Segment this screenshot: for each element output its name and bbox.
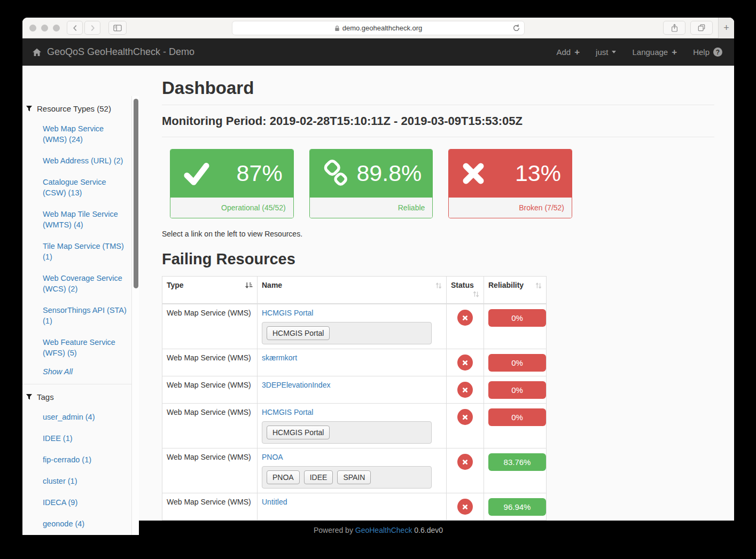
sidebar-item-wfs[interactable]: Web Feature Service (WFS) (5) (43, 337, 129, 358)
column-header-reliability[interactable]: Reliability (484, 277, 547, 304)
url-text: demo.geohealthcheck.org (342, 24, 423, 32)
resource-link[interactable]: skærmkort (262, 353, 297, 362)
resource-type: Web Map Service (WMS) (162, 493, 258, 521)
sidebar-item-sta[interactable]: SensorThings API (STA) (1) (43, 305, 129, 326)
tag-chip[interactable]: PNOA (267, 470, 300, 484)
sidebar-item-wmts[interactable]: Web Map Tile Service (WMTS) (4) (43, 209, 129, 230)
column-header-name[interactable]: Name (258, 277, 447, 304)
browser-window: demo.geohealthcheck.org + GeoQoS GeoHeal… (22, 18, 734, 559)
navbar-item-help[interactable]: Help ? (693, 48, 722, 57)
sidebar-item-wms[interactable]: Web Map Service (WMS) (24) (43, 123, 129, 145)
broken-status-icon[interactable] (457, 409, 473, 425)
check-icon (181, 158, 212, 189)
chain-icon (321, 158, 352, 189)
chevron-right-icon (90, 25, 95, 32)
tag-item-fip-cerrado[interactable]: fip-cerrado (1) (43, 454, 129, 465)
tag-chip[interactable]: HCMGIS Portal (267, 426, 330, 439)
column-header-type[interactable]: Type (162, 277, 258, 304)
tag-item-idee[interactable]: IDEE (1) (43, 433, 129, 444)
tag-chip[interactable]: SPAIN (337, 470, 371, 484)
forward-button[interactable] (84, 21, 100, 35)
reliability-badge[interactable]: 83.76% (488, 453, 546, 471)
tag-chip[interactable]: IDEE (304, 470, 333, 484)
footer-text: Powered by (314, 526, 353, 534)
sidebar-item-tms[interactable]: Tile Map Service (TMS) (1) (43, 241, 129, 262)
close-window-button[interactable] (29, 25, 36, 32)
reliability-badge[interactable]: 0% (488, 309, 546, 327)
tag-list: HCMGIS Portal (262, 421, 432, 444)
filter-icon (26, 393, 33, 400)
zoom-window-button[interactable] (53, 25, 60, 32)
resource-link[interactable]: 3DEPElevationIndex (262, 381, 330, 389)
sidebar-scrollbar[interactable] (131, 96, 139, 535)
resource-type: Web Map Service (WMS) (162, 448, 258, 493)
reliability-badge[interactable]: 0% (488, 408, 546, 426)
reliable-label: Reliable (310, 197, 433, 218)
navbar-item-add[interactable]: Add + (556, 48, 580, 57)
failing-resources-title: Failing Resources (162, 250, 714, 268)
tag-item-cluster[interactable]: cluster (1) (43, 476, 129, 486)
sidebar-item-csw[interactable]: Catalogue Service (CSW) (13) (43, 177, 129, 198)
failing-resources-table: Type Name Status Reliability (162, 276, 547, 555)
sort-both-icon (535, 282, 542, 290)
browser-chrome: demo.geohealthcheck.org + (22, 18, 734, 38)
navbar-item-language[interactable]: Language + (632, 48, 677, 57)
plus-icon: + (574, 48, 580, 57)
tag-list: HCMGIS Portal (262, 322, 432, 344)
sidebar-item-wcs[interactable]: Web Coverage Service (WCS) (2) (43, 273, 129, 294)
operational-percent: 87% (237, 160, 283, 186)
resource-link[interactable]: HCMGIS Portal (262, 309, 313, 317)
show-all-link[interactable]: Show All (43, 367, 139, 376)
resource-type: Web Map Service (WMS) (162, 349, 258, 376)
table-row: Web Map Service (WMS) PNOA PNOA IDEE SPA… (162, 448, 547, 493)
table-row: Web Map Service (WMS) HCMGIS Portal HCMG… (162, 304, 547, 349)
resource-link[interactable]: HCMGIS Portal (262, 408, 313, 416)
refresh-button[interactable] (512, 24, 520, 32)
navbar-item-user[interactable]: just (596, 48, 616, 57)
filters-sidebar: Resource Types (52) Web Map Service (WMS… (22, 96, 139, 535)
sidebar-toggle-button[interactable] (108, 21, 127, 35)
resource-link[interactable]: Untitled (262, 498, 287, 506)
tag-item-geonode[interactable]: geonode (4) (43, 518, 129, 529)
reliability-badge[interactable]: 0% (488, 354, 546, 372)
broken-status-icon[interactable] (457, 499, 473, 515)
sort-both-icon (435, 282, 442, 290)
operational-card[interactable]: 87% Operational (45/52) (170, 149, 294, 218)
lock-icon (334, 25, 340, 32)
x-icon (459, 160, 487, 187)
page-title: Dashboard (162, 78, 714, 98)
app-navbar: GeoQoS GeoHealthCheck - Demo Add + just … (22, 38, 734, 66)
share-button[interactable] (663, 21, 685, 35)
resource-type: Web Map Service (WMS) (162, 304, 258, 349)
navbar-brand[interactable]: GeoQoS GeoHealthCheck - Demo (32, 46, 194, 58)
show-tabs-button[interactable] (690, 21, 713, 35)
broken-status-icon[interactable] (457, 382, 473, 398)
plus-icon: + (723, 22, 729, 34)
sidebar-item-url[interactable]: Web Address (URL) (2) (43, 155, 129, 166)
reliability-badge[interactable]: 0% (488, 381, 546, 399)
summary-cards: 87% Operational (45/52) 89.8% Reliable 1… (170, 149, 572, 218)
tag-item-user-admin[interactable]: user_admin (4) (43, 412, 129, 422)
reliable-card[interactable]: 89.8% Reliable (309, 149, 433, 218)
tag-item-ideca[interactable]: IDECA (9) (43, 497, 129, 508)
broken-card[interactable]: 13% Broken (7/52) (448, 149, 572, 218)
table-row: Web Map Service (WMS) HCMGIS Portal HCMG… (162, 404, 547, 448)
broken-status-icon[interactable] (457, 355, 473, 371)
reliability-badge[interactable]: 96.94% (488, 498, 546, 516)
divider (162, 105, 714, 105)
sort-both-icon (473, 290, 479, 299)
back-button[interactable] (67, 21, 83, 35)
scrollbar-thumb[interactable] (134, 99, 138, 288)
resource-link[interactable]: PNOA (262, 453, 283, 461)
geohealthcheck-link[interactable]: GeoHealthCheck (355, 526, 412, 534)
broken-status-icon[interactable] (457, 454, 473, 470)
new-tab-button[interactable]: + (718, 18, 734, 38)
caret-down-icon (612, 51, 616, 53)
sidebar-toggle-icon (113, 25, 122, 32)
tabs-icon (698, 24, 705, 32)
address-bar[interactable]: demo.geohealthcheck.org (232, 21, 525, 35)
broken-status-icon[interactable] (457, 310, 473, 326)
column-header-status[interactable]: Status (447, 277, 484, 304)
minimize-window-button[interactable] (41, 25, 48, 32)
tag-chip[interactable]: HCMGIS Portal (267, 326, 330, 340)
